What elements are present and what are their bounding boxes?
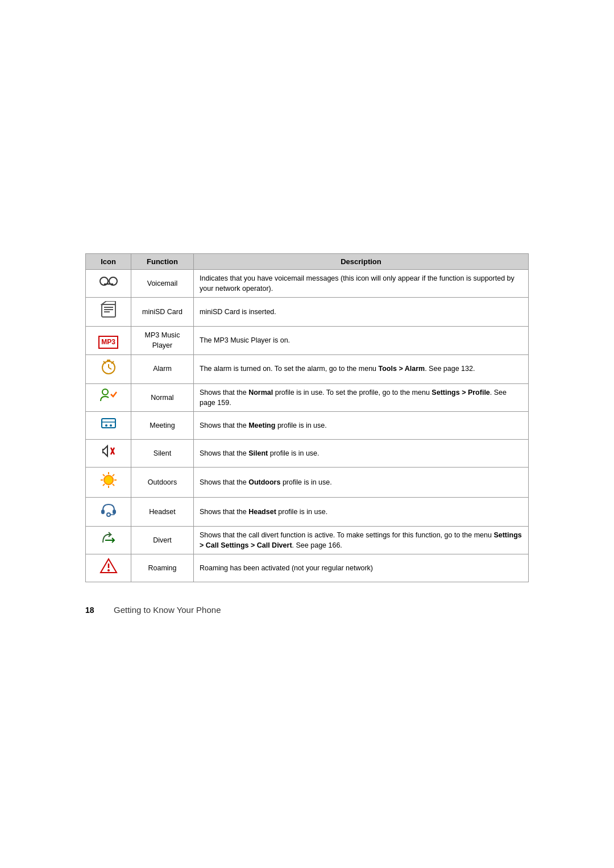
svg-line-26 <box>103 474 105 476</box>
description-cell-alarm: The alarm is turned on. To set the alarm… <box>194 354 529 383</box>
icon-cell-mp3: MP3 <box>86 327 131 354</box>
svg-line-27 <box>113 484 114 486</box>
icon-cell-minisd <box>86 298 131 327</box>
description-cell-voicemail: Indicates that you have voicemail messag… <box>194 270 529 298</box>
table-row: MeetingShows that the Meeting profile is… <box>86 411 529 439</box>
icon-cell-silent <box>86 439 131 467</box>
description-cell-outdoors: Shows that the Outdoors profile is in us… <box>194 467 529 497</box>
table-row: NormalShows that the Normal profile is i… <box>86 383 529 411</box>
table-row: SilentShows that the Silent profile is i… <box>86 439 529 467</box>
icon-cell-voicemail <box>86 270 131 298</box>
svg-rect-7 <box>104 311 110 312</box>
function-cell-outdoors: Outdoors <box>131 467 194 497</box>
icon-cell-divert <box>86 526 131 554</box>
description-cell-mp3: The MP3 Music Player is on. <box>194 327 529 354</box>
icon-cell-normal <box>86 383 131 411</box>
svg-rect-2 <box>104 283 113 285</box>
function-cell-minisd: miniSD Card <box>131 298 194 327</box>
function-cell-headset: Headset <box>131 497 194 526</box>
svg-point-14 <box>102 389 108 395</box>
description-cell-normal: Shows that the Normal profile is in use.… <box>194 383 529 411</box>
icons-table: Icon Function Description VoicemailIndic… <box>85 253 529 582</box>
footer: 18 Getting to Know Your Phone <box>85 605 529 615</box>
description-cell-silent: Shows that the Silent profile is in use. <box>194 439 529 467</box>
svg-point-21 <box>104 475 113 485</box>
svg-point-32 <box>107 513 110 516</box>
icon-cell-meeting <box>86 411 131 439</box>
table-row: miniSD CardminiSD Card is inserted. <box>86 298 529 327</box>
svg-rect-3 <box>102 304 115 317</box>
table-row: MP3MP3 Music PlayerThe MP3 Music Player … <box>86 327 529 354</box>
description-cell-meeting: Shows that the Meeting profile is in use… <box>194 411 529 439</box>
table-row: RoamingRoaming has been activated (not y… <box>86 554 529 582</box>
svg-line-10 <box>109 368 111 369</box>
page-number: 18 <box>85 606 102 615</box>
header-function: Function <box>131 254 194 270</box>
table-row: OutdoorsShows that the Outdoors profile … <box>86 467 529 497</box>
svg-rect-15 <box>102 419 115 428</box>
header-icon: Icon <box>86 254 131 270</box>
function-cell-voicemail: Voicemail <box>131 270 194 298</box>
function-cell-divert: Divert <box>131 526 194 554</box>
icon-cell-headset <box>86 497 131 526</box>
icon-cell-alarm <box>86 354 131 383</box>
function-cell-normal: Normal <box>131 383 194 411</box>
icon-cell-outdoors <box>86 467 131 497</box>
svg-marker-4 <box>102 301 115 304</box>
svg-line-29 <box>103 484 105 486</box>
description-cell-minisd: miniSD Card is inserted. <box>194 298 529 327</box>
function-cell-alarm: Alarm <box>131 354 194 383</box>
table-row: DivertShows that the call divert functio… <box>86 526 529 554</box>
svg-point-38 <box>107 569 110 571</box>
icon-cell-roaming <box>86 554 131 582</box>
function-cell-mp3: MP3 Music Player <box>131 327 194 354</box>
mp3-icon: MP3 <box>98 336 118 349</box>
svg-rect-30 <box>101 510 105 514</box>
svg-line-28 <box>113 474 114 476</box>
page-wrapper: Icon Function Description VoicemailIndic… <box>85 219 529 649</box>
table-row: HeadsetShows that the Headset profile is… <box>86 497 529 526</box>
svg-rect-5 <box>104 307 113 308</box>
description-cell-divert: Shows that the call divert function is a… <box>194 526 529 554</box>
header-description: Description <box>194 254 529 270</box>
svg-point-17 <box>105 424 107 427</box>
function-cell-roaming: Roaming <box>131 554 194 582</box>
page-title: Getting to Know Your Phone <box>114 605 221 615</box>
function-cell-silent: Silent <box>131 439 194 467</box>
function-cell-meeting: Meeting <box>131 411 194 439</box>
table-row: AlarmThe alarm is turned on. To set the … <box>86 354 529 383</box>
description-cell-headset: Shows that the Headset profile is in use… <box>194 497 529 526</box>
table-row: VoicemailIndicates that you have voicema… <box>86 270 529 298</box>
svg-point-18 <box>110 424 112 427</box>
description-cell-roaming: Roaming has been activated (not your reg… <box>194 554 529 582</box>
svg-rect-6 <box>104 309 113 310</box>
svg-rect-13 <box>107 360 110 361</box>
svg-rect-31 <box>113 510 116 514</box>
